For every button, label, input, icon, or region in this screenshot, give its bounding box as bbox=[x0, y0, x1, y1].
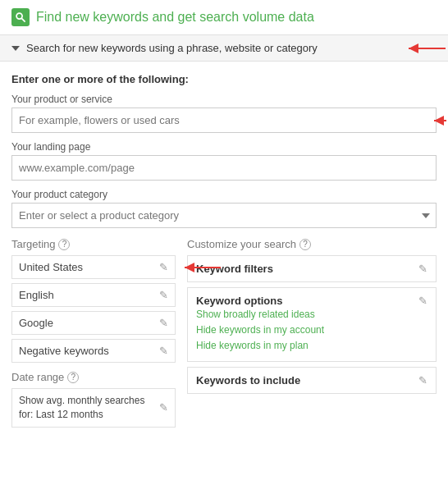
section-bar[interactable]: Search for new keywords using a phrase, … bbox=[0, 35, 448, 62]
section-bar-label: Search for new keywords using a phrase, … bbox=[26, 42, 318, 54]
svg-point-0 bbox=[16, 13, 22, 19]
keyword-filters-box[interactable]: Keyword filters ✎ bbox=[187, 255, 437, 282]
keyword-options-header: Keyword options ✎ bbox=[196, 295, 427, 307]
country-label: United States bbox=[19, 261, 83, 273]
hide-plan-link[interactable]: Hide keywords in my plan bbox=[196, 338, 427, 354]
category-label: Your product category bbox=[11, 189, 437, 200]
customize-title: Customize your search ? bbox=[187, 238, 437, 250]
targeting-item-negative-keywords[interactable]: Negative keywords ✎ bbox=[11, 339, 176, 363]
page-header: Find new keywords and get search volume … bbox=[0, 0, 448, 35]
language-label: English bbox=[19, 289, 54, 301]
targeting-help-icon[interactable]: ? bbox=[58, 239, 70, 250]
network-label: Google bbox=[19, 317, 53, 329]
main-content: Enter one or more of the following: Your… bbox=[0, 62, 448, 436]
date-range-section: Date range ? Show avg. monthly searches … bbox=[11, 371, 176, 428]
keyword-options-subtitles: Show broadly related ideas Hide keywords… bbox=[196, 307, 427, 354]
keyword-options-box[interactable]: Keyword options ✎ Show broadly related i… bbox=[187, 287, 437, 362]
search-icon bbox=[11, 8, 30, 26]
product-label: Your product or service bbox=[11, 94, 437, 105]
targeting-title: Targeting ? bbox=[11, 238, 176, 250]
keywords-to-include-box[interactable]: Keywords to include ✎ bbox=[187, 367, 437, 394]
edit-icon-keyword-options[interactable]: ✎ bbox=[418, 295, 427, 307]
edit-icon-language[interactable]: ✎ bbox=[159, 289, 168, 301]
negative-keywords-label: Negative keywords bbox=[19, 345, 109, 357]
svg-line-1 bbox=[21, 18, 25, 21]
category-input[interactable] bbox=[11, 203, 437, 228]
broadly-related-link[interactable]: Show broadly related ideas bbox=[196, 307, 427, 322]
columns-section: Targeting ? United States ✎ bbox=[11, 238, 437, 428]
product-input[interactable] bbox=[11, 107, 437, 133]
date-range-help-icon[interactable]: ? bbox=[67, 372, 79, 383]
landing-page-field-group: Your landing page bbox=[11, 141, 437, 181]
keywords-to-include-title: Keywords to include bbox=[196, 374, 300, 387]
targeting-item-country[interactable]: United States ✎ bbox=[11, 255, 176, 279]
landing-page-label: Your landing page bbox=[11, 141, 437, 153]
landing-page-input[interactable] bbox=[11, 155, 437, 181]
targeting-column: Targeting ? United States ✎ bbox=[11, 238, 176, 428]
customize-column: Customize your search ? Keyword filters … bbox=[187, 238, 437, 428]
form-section-title: Enter one or more of the following: bbox=[11, 73, 437, 85]
category-field-group: Your product category bbox=[11, 189, 437, 228]
keywords-to-include-header: Keywords to include ✎ bbox=[196, 374, 427, 387]
keyword-filters-header: Keyword filters ✎ bbox=[196, 263, 427, 275]
edit-icon-negative-keywords[interactable]: ✎ bbox=[159, 345, 168, 357]
page-title: Find new keywords and get search volume … bbox=[36, 10, 314, 25]
edit-icon-date-range[interactable]: ✎ bbox=[159, 401, 168, 414]
collapse-arrow-icon bbox=[11, 46, 20, 51]
date-range-box[interactable]: Show avg. monthly searches for: Last 12 … bbox=[11, 388, 176, 428]
product-field-group: Your product or service bbox=[11, 94, 437, 133]
red-arrow-country-icon bbox=[178, 259, 224, 276]
edit-icon-keywords-to-include[interactable]: ✎ bbox=[418, 374, 427, 387]
keyword-options-title: Keyword options bbox=[196, 295, 282, 307]
date-range-text: Show avg. monthly searches for: Last 12 … bbox=[19, 394, 144, 422]
hide-account-link[interactable]: Hide keywords in my account bbox=[196, 322, 427, 338]
red-arrow-input-icon bbox=[430, 112, 448, 129]
edit-icon-network[interactable]: ✎ bbox=[159, 317, 168, 329]
category-select-wrapper[interactable] bbox=[11, 203, 437, 228]
targeting-item-network[interactable]: Google ✎ bbox=[11, 311, 176, 335]
edit-icon-keyword-filters[interactable]: ✎ bbox=[418, 263, 427, 275]
date-range-title: Date range ? bbox=[11, 371, 176, 383]
targeting-item-language[interactable]: English ✎ bbox=[11, 283, 176, 307]
customize-help-icon[interactable]: ? bbox=[299, 239, 311, 250]
red-arrow-annotation bbox=[400, 40, 448, 57]
edit-icon-country[interactable]: ✎ bbox=[159, 261, 168, 273]
